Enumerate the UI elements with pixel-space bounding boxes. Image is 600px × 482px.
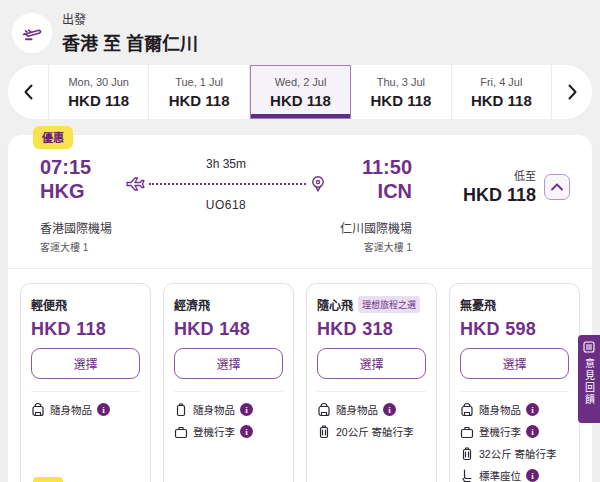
fare-price: HKD 148 [174,319,283,340]
departure-time: 07:15 [40,155,112,179]
date-tab-tue-1-jul[interactable]: Tue, 1 Jul HKD 118 [149,65,249,119]
fare-item-label: 隨身物品 [193,402,235,417]
feedback-tab-label: 意見回饋 [582,358,597,406]
feedback-tab[interactable]: 意見回饋 [578,335,600,423]
date-label: Mon, 30 Jun [68,76,129,88]
lowest-price: HKD 118 [463,185,536,206]
flight-number: UO618 [206,198,247,212]
date-label: Thu, 3 Jul [377,76,425,88]
section-label: 出發 [62,10,198,27]
fare-price: HKD 118 [31,319,140,340]
fare-item-label: 隨身物品 [479,402,521,417]
fare-price: HKD 318 [317,319,426,340]
fare-card-economy: 經濟飛 HKD 148 選擇 隨身物品 i 登機行李 i [163,283,294,482]
date-selector-bar: Mon, 30 Jun HKD 118 Tue, 1 Jul HKD 118 W… [8,65,592,119]
info-icon[interactable]: i [97,403,110,416]
date-tab-mon-30-jun[interactable]: Mon, 30 Jun HKD 118 [48,65,149,119]
date-price: HKD 118 [370,92,431,109]
arrival-info: 11:50 ICN 仁川國際機場 客運大樓 1 [340,155,412,254]
fare-item-label: 標準座位 [479,468,521,482]
fare-inclusion-row: 隨身物品 i [31,402,140,417]
price-prefix: 低至 [514,167,536,183]
fare-item-label: 隨身物品 [50,402,92,417]
seat-icon [460,468,474,482]
briefcase-icon [460,424,474,439]
select-fare-button[interactable]: 選擇 [31,348,140,379]
departure-code: HKG [40,179,112,203]
departure-info: 07:15 HKG 香港國際機場 客運大樓 1 [40,155,112,254]
fare-inclusion-row: 標準座位 i [460,468,569,482]
fare-name: 隨心飛 [317,296,353,313]
divider [317,391,426,392]
fare-inclusion-row: 隨身物品 i [460,402,569,417]
backpack-icon [460,402,474,417]
date-tab-fri-4-jul[interactable]: Fri, 4 Jul HKD 118 [452,65,552,119]
flight-departure-icon [12,13,52,53]
collapse-fares-button[interactable] [544,174,570,200]
date-label: Fri, 4 Jul [480,76,522,88]
select-fare-button[interactable]: 選擇 [174,348,283,379]
fare-card-flex: 隨心飛 理想旅程之選 HKD 318 選擇 隨身物品 i 20公斤 寄艙行李 [306,283,437,482]
info-icon[interactable]: i [383,403,396,416]
next-flight-promo-badge-sliver [33,477,63,482]
fare-item-label: 20公斤 寄艙行李 [336,424,414,439]
cabin-bag-icon [174,402,188,417]
fare-item-label: 登機行李 [479,424,521,439]
fare-price-summary: 低至 HKD 118 [463,155,570,206]
info-icon[interactable]: i [526,425,539,438]
suitcase-icon [460,446,474,461]
fare-price: HKD 598 [460,319,569,340]
chevron-left-icon [24,84,33,100]
date-tab-wed-2-jul-selected[interactable]: Wed, 2 Jul HKD 118 [250,65,351,119]
date-label: Tue, 1 Jul [175,76,223,88]
next-dates-button[interactable] [552,65,592,119]
date-tab-thu-3-jul[interactable]: Thu, 3 Jul HKD 118 [351,65,451,119]
chevron-up-icon [551,183,563,191]
arrival-time: 11:50 [340,155,412,179]
flight-summary: 07:15 HKG 香港國際機場 客運大樓 1 3h 35m UO618 11 [8,135,592,268]
flight-path: 3h 35m UO618 [126,155,326,212]
divider [174,391,283,392]
backpack-icon [317,402,331,417]
fare-item-label: 登機行李 [193,424,235,439]
fare-item-label: 隨身物品 [336,402,378,417]
info-icon[interactable]: i [526,403,539,416]
fare-card-max: 無憂飛 HKD 598 選擇 隨身物品 i 登機行李 i [449,283,580,482]
chevron-right-icon [568,84,577,100]
fare-inclusion-row: 隨身物品 i [317,402,426,417]
suitcase-icon [317,424,331,439]
fare-name: 經濟飛 [174,296,210,313]
info-icon[interactable]: i [240,403,253,416]
select-fare-button[interactable]: 選擇 [317,348,426,379]
briefcase-icon [174,424,188,439]
info-icon[interactable]: i [526,469,539,482]
fare-card-lite: 輕便飛 HKD 118 選擇 隨身物品 i [20,283,151,482]
divider [460,391,569,392]
fare-inclusion-row: 20公斤 寄艙行李 [317,424,426,439]
fare-name: 輕便飛 [31,296,67,313]
departure-terminal: 客運大樓 1 [40,239,112,254]
fare-inclusion-row: 32公斤 寄艙行李 [460,446,569,461]
fare-inclusion-row: 隨身物品 i [174,402,283,417]
arrival-code: ICN [340,179,412,203]
airplane-icon [126,176,145,192]
fare-name: 無憂飛 [460,296,496,313]
divider [31,391,140,392]
date-label: Wed, 2 Jul [275,76,327,88]
route-title: 香港 至 首爾仁川 [62,29,198,55]
fare-inclusion-row: 登機行李 i [460,424,569,439]
promo-badge: 優惠 [33,126,73,149]
flight-result-card: 優惠 07:15 HKG 香港國際機場 客運大樓 1 3h 35m UO618 [8,135,592,482]
flight-duration: 3h 35m [206,157,246,171]
select-fare-button[interactable]: 選擇 [460,348,569,379]
backpack-icon [31,402,45,417]
date-price: HKD 118 [68,92,129,109]
location-pin-icon [310,175,326,193]
arrival-airport: 仁川國際機場 [340,219,412,236]
fare-item-label: 32公斤 寄艙行李 [479,446,557,461]
info-icon[interactable]: i [240,425,253,438]
date-price: HKD 118 [270,92,331,109]
prev-dates-button[interactable] [8,65,48,119]
date-price: HKD 118 [471,92,532,109]
departure-header: 出發 香港 至 首爾仁川 [0,0,600,55]
